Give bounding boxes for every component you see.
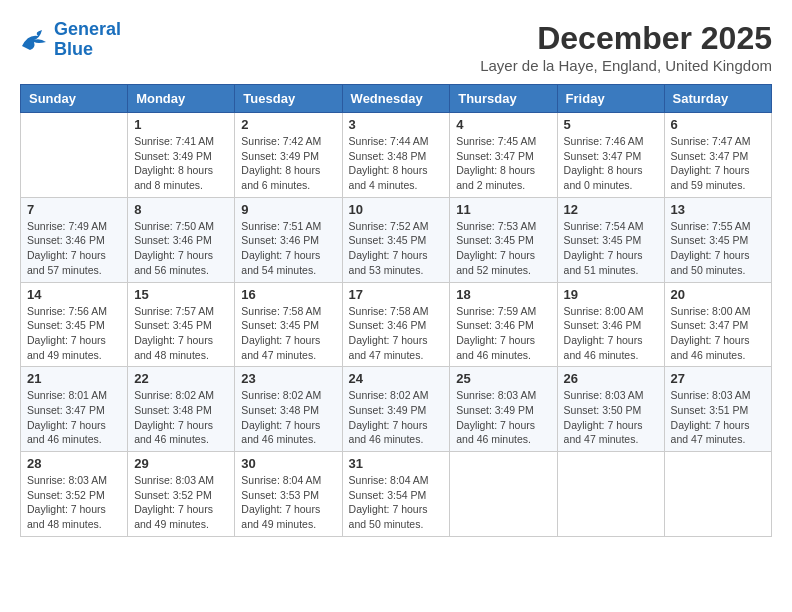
day-number: 31 [349,456,444,471]
month-title: December 2025 [480,20,772,57]
day-number: 25 [456,371,550,386]
day-info: Sunrise: 8:04 AM Sunset: 3:54 PM Dayligh… [349,473,444,532]
day-number: 30 [241,456,335,471]
day-number: 22 [134,371,228,386]
day-info: Sunrise: 7:57 AM Sunset: 3:45 PM Dayligh… [134,304,228,363]
calendar-week-4: 21Sunrise: 8:01 AM Sunset: 3:47 PM Dayli… [21,367,772,452]
weekday-header-monday: Monday [128,85,235,113]
day-info: Sunrise: 7:45 AM Sunset: 3:47 PM Dayligh… [456,134,550,193]
calendar: SundayMondayTuesdayWednesdayThursdayFrid… [20,84,772,537]
calendar-cell: 19Sunrise: 8:00 AM Sunset: 3:46 PM Dayli… [557,282,664,367]
calendar-cell [450,452,557,537]
day-info: Sunrise: 8:00 AM Sunset: 3:47 PM Dayligh… [671,304,765,363]
calendar-cell: 7Sunrise: 7:49 AM Sunset: 3:46 PM Daylig… [21,197,128,282]
calendar-cell: 18Sunrise: 7:59 AM Sunset: 3:46 PM Dayli… [450,282,557,367]
calendar-week-3: 14Sunrise: 7:56 AM Sunset: 3:45 PM Dayli… [21,282,772,367]
day-info: Sunrise: 8:02 AM Sunset: 3:48 PM Dayligh… [134,388,228,447]
calendar-cell: 30Sunrise: 8:04 AM Sunset: 3:53 PM Dayli… [235,452,342,537]
day-number: 19 [564,287,658,302]
day-number: 13 [671,202,765,217]
day-number: 18 [456,287,550,302]
calendar-cell: 5Sunrise: 7:46 AM Sunset: 3:47 PM Daylig… [557,113,664,198]
calendar-cell: 2Sunrise: 7:42 AM Sunset: 3:49 PM Daylig… [235,113,342,198]
day-info: Sunrise: 8:03 AM Sunset: 3:50 PM Dayligh… [564,388,658,447]
day-info: Sunrise: 8:03 AM Sunset: 3:52 PM Dayligh… [27,473,121,532]
day-info: Sunrise: 7:47 AM Sunset: 3:47 PM Dayligh… [671,134,765,193]
calendar-cell: 10Sunrise: 7:52 AM Sunset: 3:45 PM Dayli… [342,197,450,282]
day-number: 28 [27,456,121,471]
calendar-cell: 13Sunrise: 7:55 AM Sunset: 3:45 PM Dayli… [664,197,771,282]
day-number: 7 [27,202,121,217]
day-number: 17 [349,287,444,302]
day-number: 11 [456,202,550,217]
calendar-cell: 11Sunrise: 7:53 AM Sunset: 3:45 PM Dayli… [450,197,557,282]
calendar-cell: 14Sunrise: 7:56 AM Sunset: 3:45 PM Dayli… [21,282,128,367]
day-info: Sunrise: 7:50 AM Sunset: 3:46 PM Dayligh… [134,219,228,278]
day-number: 26 [564,371,658,386]
day-info: Sunrise: 8:03 AM Sunset: 3:49 PM Dayligh… [456,388,550,447]
location: Layer de la Haye, England, United Kingdo… [480,57,772,74]
weekday-header-tuesday: Tuesday [235,85,342,113]
weekday-header-thursday: Thursday [450,85,557,113]
day-number: 20 [671,287,765,302]
calendar-cell: 23Sunrise: 8:02 AM Sunset: 3:48 PM Dayli… [235,367,342,452]
day-number: 4 [456,117,550,132]
day-info: Sunrise: 7:58 AM Sunset: 3:46 PM Dayligh… [349,304,444,363]
day-info: Sunrise: 7:49 AM Sunset: 3:46 PM Dayligh… [27,219,121,278]
calendar-cell [664,452,771,537]
day-info: Sunrise: 7:52 AM Sunset: 3:45 PM Dayligh… [349,219,444,278]
day-number: 6 [671,117,765,132]
weekday-header-saturday: Saturday [664,85,771,113]
calendar-cell: 9Sunrise: 7:51 AM Sunset: 3:46 PM Daylig… [235,197,342,282]
calendar-cell: 28Sunrise: 8:03 AM Sunset: 3:52 PM Dayli… [21,452,128,537]
day-number: 27 [671,371,765,386]
day-number: 12 [564,202,658,217]
calendar-cell: 17Sunrise: 7:58 AM Sunset: 3:46 PM Dayli… [342,282,450,367]
calendar-cell: 22Sunrise: 8:02 AM Sunset: 3:48 PM Dayli… [128,367,235,452]
day-info: Sunrise: 7:56 AM Sunset: 3:45 PM Dayligh… [27,304,121,363]
weekday-header-sunday: Sunday [21,85,128,113]
calendar-cell: 31Sunrise: 8:04 AM Sunset: 3:54 PM Dayli… [342,452,450,537]
logo-text: General Blue [54,20,121,60]
day-info: Sunrise: 8:03 AM Sunset: 3:51 PM Dayligh… [671,388,765,447]
logo: General Blue [20,20,121,60]
day-number: 1 [134,117,228,132]
day-number: 2 [241,117,335,132]
day-info: Sunrise: 7:42 AM Sunset: 3:49 PM Dayligh… [241,134,335,193]
calendar-cell: 25Sunrise: 8:03 AM Sunset: 3:49 PM Dayli… [450,367,557,452]
day-info: Sunrise: 8:04 AM Sunset: 3:53 PM Dayligh… [241,473,335,532]
day-info: Sunrise: 7:44 AM Sunset: 3:48 PM Dayligh… [349,134,444,193]
day-number: 16 [241,287,335,302]
calendar-cell [557,452,664,537]
day-number: 23 [241,371,335,386]
calendar-cell: 27Sunrise: 8:03 AM Sunset: 3:51 PM Dayli… [664,367,771,452]
day-number: 8 [134,202,228,217]
day-info: Sunrise: 7:59 AM Sunset: 3:46 PM Dayligh… [456,304,550,363]
day-info: Sunrise: 8:01 AM Sunset: 3:47 PM Dayligh… [27,388,121,447]
calendar-cell: 4Sunrise: 7:45 AM Sunset: 3:47 PM Daylig… [450,113,557,198]
calendar-cell: 16Sunrise: 7:58 AM Sunset: 3:45 PM Dayli… [235,282,342,367]
calendar-cell: 12Sunrise: 7:54 AM Sunset: 3:45 PM Dayli… [557,197,664,282]
calendar-cell: 1Sunrise: 7:41 AM Sunset: 3:49 PM Daylig… [128,113,235,198]
logo-line1: General [54,19,121,39]
calendar-week-5: 28Sunrise: 8:03 AM Sunset: 3:52 PM Dayli… [21,452,772,537]
day-number: 29 [134,456,228,471]
day-number: 24 [349,371,444,386]
calendar-week-2: 7Sunrise: 7:49 AM Sunset: 3:46 PM Daylig… [21,197,772,282]
day-number: 3 [349,117,444,132]
day-number: 14 [27,287,121,302]
calendar-cell: 6Sunrise: 7:47 AM Sunset: 3:47 PM Daylig… [664,113,771,198]
title-section: December 2025 Layer de la Haye, England,… [480,20,772,74]
day-info: Sunrise: 7:54 AM Sunset: 3:45 PM Dayligh… [564,219,658,278]
day-info: Sunrise: 7:58 AM Sunset: 3:45 PM Dayligh… [241,304,335,363]
day-info: Sunrise: 8:03 AM Sunset: 3:52 PM Dayligh… [134,473,228,532]
day-info: Sunrise: 7:41 AM Sunset: 3:49 PM Dayligh… [134,134,228,193]
calendar-cell: 26Sunrise: 8:03 AM Sunset: 3:50 PM Dayli… [557,367,664,452]
day-number: 9 [241,202,335,217]
day-info: Sunrise: 7:51 AM Sunset: 3:46 PM Dayligh… [241,219,335,278]
logo-line2: Blue [54,39,93,59]
page-header: General Blue December 2025 Layer de la H… [20,20,772,74]
day-number: 21 [27,371,121,386]
calendar-cell: 3Sunrise: 7:44 AM Sunset: 3:48 PM Daylig… [342,113,450,198]
weekday-header-wednesday: Wednesday [342,85,450,113]
